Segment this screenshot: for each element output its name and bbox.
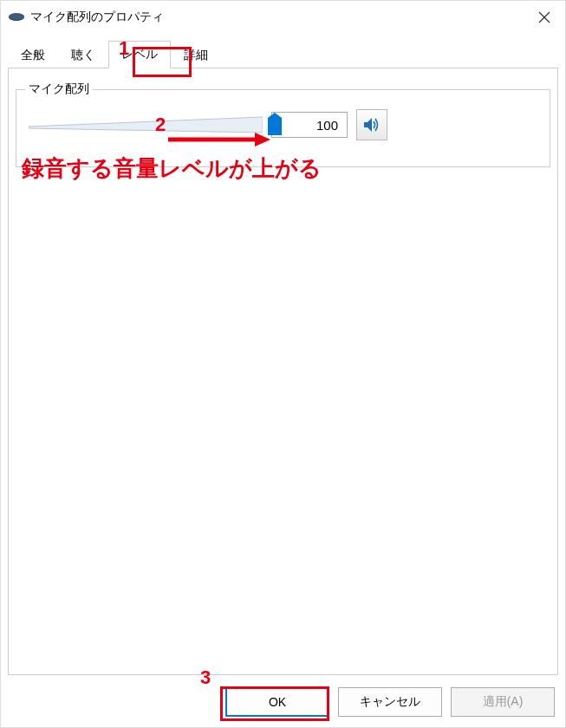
apply-button: 適用(A) [451, 687, 555, 717]
cancel-button[interactable]: キャンセル [338, 687, 442, 717]
annotation-number-2: 2 [155, 114, 166, 136]
annotation-number-3: 3 [200, 666, 211, 689]
svg-marker-6 [364, 118, 372, 132]
annotation-number-1: 1 [119, 37, 129, 60]
level-row [29, 109, 537, 140]
mute-toggle-button[interactable] [356, 109, 387, 140]
footer-buttons: OK キャンセル 適用(A) [225, 687, 555, 717]
tab-bar: 全般 聴く レベル 詳細 [8, 41, 558, 68]
volume-value-input[interactable] [271, 112, 348, 138]
annotation-text: 録音する音量レベルが上がる [22, 153, 322, 184]
speaker-icon [362, 115, 381, 134]
annotation-arrow-icon [168, 131, 272, 148]
ok-button[interactable]: OK [225, 687, 329, 717]
titlebar: マイク配列のプロパティ [1, 1, 565, 34]
close-icon [538, 11, 550, 23]
mic-device-icon [8, 11, 25, 23]
group-label: マイク配列 [25, 81, 93, 97]
tab-advanced[interactable]: 詳細 [171, 42, 221, 68]
tab-level[interactable]: レベル [108, 41, 171, 68]
window-title: マイク配列のプロパティ [30, 10, 164, 25]
svg-point-1 [9, 13, 24, 20]
tab-listen[interactable]: 聴く [58, 42, 108, 68]
close-button[interactable] [524, 1, 565, 34]
tab-general[interactable]: 全般 [8, 42, 58, 68]
svg-marker-8 [255, 133, 270, 146]
